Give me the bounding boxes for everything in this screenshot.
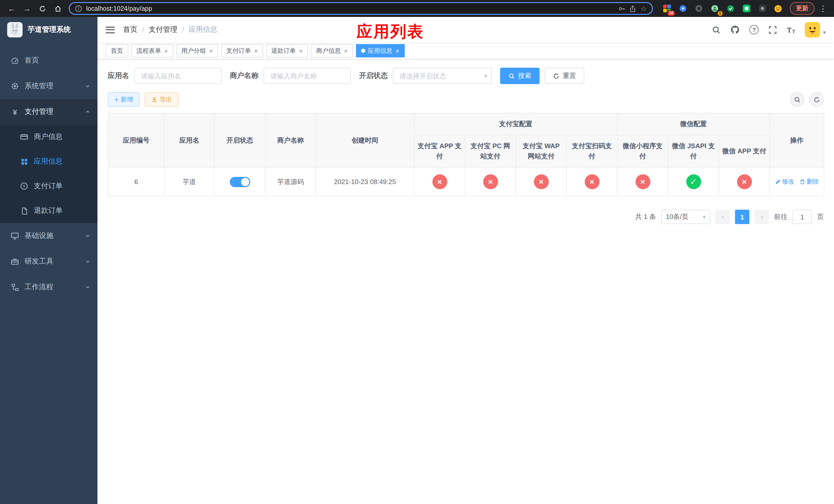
extension-puzzle-icon[interactable]: [756, 2, 768, 15]
help-icon[interactable]: ?: [749, 25, 759, 35]
sidebar-item-home[interactable]: 首页: [0, 48, 97, 73]
url-bar[interactable]: localhost:1024/pay/app ☆: [69, 2, 653, 15]
breadcrumb-home[interactable]: 首页: [123, 25, 137, 35]
yen-icon: ¥: [10, 108, 20, 116]
extension-green-square-icon[interactable]: [740, 2, 752, 15]
reset-button-label: 重置: [563, 71, 576, 81]
github-icon[interactable]: [730, 25, 740, 35]
page-size-select[interactable]: 10条/页 ▾: [661, 210, 710, 224]
sidebar-item-app-info[interactable]: 应用信息: [0, 149, 97, 174]
sidebar-item-refund-order[interactable]: 退款订单: [0, 199, 97, 223]
screen: ← → localhost:1024/pay/app ☆ 10: [0, 0, 834, 504]
refresh-button[interactable]: [36, 2, 49, 15]
col-header-name: 应用名: [164, 113, 214, 168]
sidebar-item-label: 支付订单: [34, 182, 63, 191]
add-button[interactable]: + 新增: [108, 92, 139, 107]
chevron-down-icon: ▾: [703, 213, 706, 221]
user-menu[interactable]: ▾: [805, 22, 826, 38]
refresh-table-button[interactable]: [809, 92, 824, 107]
close-icon[interactable]: ×: [299, 47, 303, 54]
sidebar-item-label: 退款订单: [34, 206, 63, 215]
sidebar: 芋道管理系统 首页 系统管理 ¥ 支付管: [0, 17, 97, 504]
sidebar-item-infra[interactable]: 基础设施: [0, 223, 97, 249]
tab-pay-order[interactable]: 支付订单×: [221, 44, 263, 58]
sidebar-item-pay-order[interactable]: ¥ 支付订单: [0, 174, 97, 199]
trash-icon: [799, 179, 805, 185]
merchant-name-input[interactable]: [264, 68, 351, 84]
hamburger-button[interactable]: [106, 26, 115, 33]
browser-update-button[interactable]: 更新: [790, 2, 814, 15]
home-button[interactable]: [51, 2, 64, 15]
cell-id: 6: [108, 168, 164, 197]
tab-app-info[interactable]: 应用信息×: [356, 44, 404, 58]
filter-label: 开启状态: [359, 71, 388, 81]
sidebar-item-system[interactable]: 系统管理: [0, 73, 97, 99]
header-search-icon[interactable]: [712, 25, 721, 34]
sidebar-item-workflow[interactable]: 工作流程: [0, 274, 97, 300]
tab-home[interactable]: 首页: [106, 44, 128, 58]
search-button[interactable]: 搜索: [500, 68, 540, 84]
search-form: 应用名 商户名称 开启状态 ▾: [108, 68, 824, 84]
filter-status: 开启状态 ▾: [359, 68, 492, 84]
filter-label: 商户名称: [230, 71, 259, 81]
overlay-annotation: 应用列表: [356, 21, 424, 43]
password-key-icon[interactable]: [618, 5, 626, 12]
tab-user-group[interactable]: 用户分组×: [176, 44, 218, 58]
extension-dark-circle-icon[interactable]: [693, 2, 705, 15]
prev-page-button[interactable]: ‹: [716, 210, 730, 224]
sidebar-item-merchant-info[interactable]: 商户信息: [0, 124, 97, 149]
col-header-id: 应用编号: [108, 113, 164, 168]
col-header-wx-app: 微信 APP 支付: [719, 135, 770, 168]
close-icon[interactable]: ×: [164, 47, 168, 54]
font-size-icon[interactable]: TT: [787, 25, 795, 34]
goto-label: 前往: [774, 212, 787, 222]
export-button[interactable]: 导出: [145, 92, 178, 107]
chevron-down-icon: [85, 233, 90, 238]
svg-text:¥: ¥: [23, 184, 25, 188]
toggle-search-button[interactable]: [790, 92, 804, 107]
col-header-alipay-qr: 支付宝扫码支付: [567, 135, 617, 168]
fullscreen-icon[interactable]: [768, 25, 777, 34]
reset-button[interactable]: 重置: [545, 68, 584, 84]
close-icon[interactable]: ×: [344, 47, 348, 54]
bookmark-star-icon[interactable]: ☆: [640, 4, 647, 13]
col-group-wechat: 微信配置: [617, 113, 770, 135]
refresh-icon: [39, 5, 46, 12]
extension-check-icon[interactable]: [724, 2, 737, 15]
tab-label: 首页: [111, 46, 123, 55]
sidebar-item-dev-tools[interactable]: 研发工具: [0, 249, 97, 274]
current-page-button[interactable]: 1: [735, 210, 749, 224]
extension-drop-icon[interactable]: [677, 2, 689, 15]
app-name-input[interactable]: [134, 68, 222, 84]
tab-refund-order[interactable]: 退款订单×: [266, 44, 308, 58]
enable-switch[interactable]: [229, 177, 250, 187]
share-icon[interactable]: [630, 5, 636, 12]
extension-colorgrid-icon[interactable]: 10: [661, 2, 673, 15]
close-icon[interactable]: ×: [254, 47, 258, 54]
delete-link-label: 删除: [807, 178, 819, 186]
refresh-icon: [813, 96, 820, 103]
close-icon[interactable]: ×: [395, 47, 399, 54]
extension-avatar-icon[interactable]: 1: [708, 2, 721, 15]
breadcrumb: 首页 / 支付管理 / 应用信息: [123, 25, 218, 35]
col-header-status: 开启状态: [214, 113, 265, 168]
logo-avatar: [7, 22, 23, 38]
extension-emoji-icon[interactable]: [772, 2, 784, 15]
tab-process-form[interactable]: 流程表单×: [131, 44, 173, 58]
delete-link[interactable]: 删除: [799, 178, 819, 186]
status-select-input[interactable]: [393, 68, 492, 84]
status-select[interactable]: ▾: [393, 68, 492, 84]
goto-page-input[interactable]: [792, 210, 812, 224]
breadcrumb-payment[interactable]: 支付管理: [149, 25, 177, 35]
site-info-icon[interactable]: [75, 5, 82, 12]
edit-link[interactable]: 修改: [775, 178, 794, 186]
browser-menu-button[interactable]: ⋮: [817, 4, 829, 13]
document-icon: [20, 207, 29, 214]
col-group-alipay: 支付宝配置: [414, 113, 617, 135]
back-button[interactable]: ←: [5, 2, 18, 15]
next-page-button[interactable]: ›: [754, 210, 769, 224]
forward-button[interactable]: →: [21, 2, 33, 15]
tab-merchant-info[interactable]: 商户信息×: [311, 44, 353, 58]
sidebar-item-payment[interactable]: ¥ 支付管理: [0, 99, 97, 124]
close-icon[interactable]: ×: [209, 47, 213, 54]
